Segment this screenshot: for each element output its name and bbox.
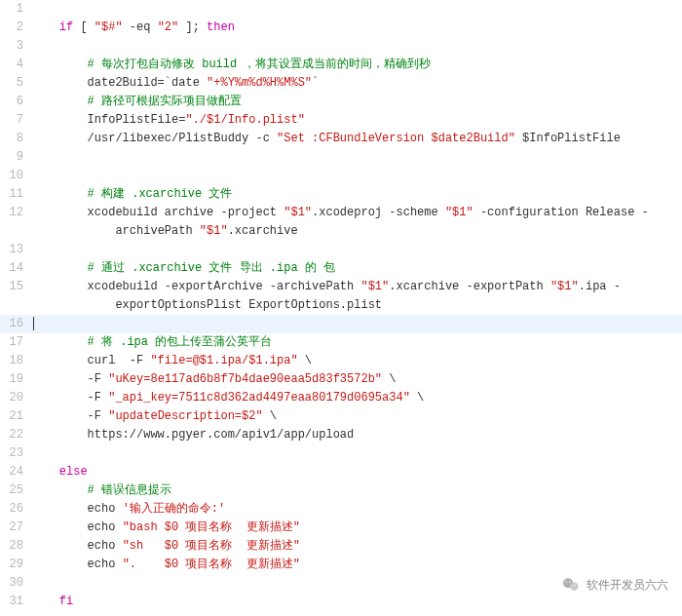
line-number: 28 [0,537,31,556]
code-line[interactable]: 14 # 通过 .xcarchive 文件 导出 .ipa 的 包 [0,259,682,278]
line-number: 23 [0,444,31,463]
line-number: 6 [0,93,31,111]
code-line[interactable]: 21 -F "updateDescription=$2" \ [0,407,682,426]
code-line[interactable]: archivePath "$1".xcarchive [0,222,682,241]
line-number: 7 [0,111,31,130]
code-line[interactable]: 16 [0,315,682,333]
code-content: -F "updateDescription=$2" \ [31,407,682,426]
code-content: -F "uKey=8e117ad6b8f7b4dae90eaa5d83f3572… [31,370,682,389]
line-number: 30 [0,574,31,593]
code-line[interactable]: 6 # 路径可根据实际项目做配置 [0,93,682,111]
line-number: 10 [0,167,31,185]
code-line[interactable]: 3 [0,37,682,56]
code-content: # 错误信息提示 [31,481,682,500]
code-content: echo "sh $0 项目名称 更新描述" [31,537,682,556]
code-content: InfoPlistFile="./$1/Info.plist" [31,111,682,130]
line-number: 19 [0,370,31,389]
code-line[interactable]: 9 [0,148,682,167]
code-line[interactable]: 24 else [0,463,682,481]
line-number: 15 [0,278,31,296]
line-number: 25 [0,481,31,500]
code-line[interactable]: 29 echo ". $0 项目名称 更新描述" [0,556,682,574]
line-number: 29 [0,556,31,574]
code-content: https://www.pgyer.com/apiv1/app/upload [31,426,682,444]
line-number: 24 [0,463,31,481]
text-caret [33,317,34,330]
code-content: echo "bash $0 项目名称 更新描述" [31,519,682,537]
code-line[interactable]: 7 InfoPlistFile="./$1/Info.plist" [0,111,682,130]
code-line[interactable]: 13 [0,241,682,259]
line-number: 11 [0,185,31,204]
code-line[interactable]: 31 fi [0,593,682,611]
code-line[interactable]: 23 [0,444,682,463]
line-number: 5 [0,74,31,93]
code-line[interactable]: 22 https://www.pgyer.com/apiv1/app/uploa… [0,426,682,444]
code-line[interactable]: 27 echo "bash $0 项目名称 更新描述" [0,519,682,537]
code-line[interactable]: exportOptionsPlist ExportOptions.plist [0,296,682,315]
code-line[interactable]: 28 echo "sh $0 项目名称 更新描述" [0,537,682,556]
code-content: # 构建 .xcarchive 文件 [31,185,682,204]
code-line[interactable]: 4 # 每次打包自动修改 build ，将其设置成当前的时间，精确到秒 [0,56,682,74]
source-badge: 软件开发员六六 [561,575,668,595]
code-content: fi [31,593,682,611]
code-content: xcodebuild -exportArchive -archivePath "… [31,278,682,296]
code-line[interactable]: 15 xcodebuild -exportArchive -archivePat… [0,278,682,296]
code-content: archivePath "$1".xcarchive [31,222,682,241]
code-content: /usr/libexec/PlistBuddy -c "Set :CFBundl… [31,130,682,148]
code-line[interactable]: 10 [0,167,682,185]
code-content: echo '输入正确的命令:' [31,500,682,519]
line-number: 18 [0,352,31,370]
line-number: 12 [0,204,31,222]
svg-point-3 [569,581,571,583]
line-number: 8 [0,130,31,148]
line-number: 31 [0,593,31,611]
code-content [31,315,682,333]
code-line[interactable]: 12 xcodebuild archive -project "$1".xcod… [0,204,682,222]
code-content: -F "_api_key=7511c8d362ad4497eaa80179d06… [31,389,682,407]
source-label: 软件开发员六六 [587,577,668,594]
code-content: curl -F "file=@$1.ipa/$1.ipa" \ [31,352,682,370]
code-editor[interactable]: 12 if [ "$#" -eq "2" ]; then34 # 每次打包自动修… [0,0,682,616]
code-line[interactable]: 1 [0,0,682,19]
line-number: 2 [0,19,31,37]
code-content: date2Build=`date "+%Y%m%d%H%M%S"` [31,74,682,93]
line-number: 21 [0,407,31,426]
line-number: 9 [0,148,31,167]
code-line[interactable]: 19 -F "uKey=8e117ad6b8f7b4dae90eaa5d83f3… [0,370,682,389]
code-line[interactable]: 25 # 错误信息提示 [0,481,682,500]
code-line[interactable]: 17 # 将 .ipa 的包上传至蒲公英平台 [0,333,682,352]
line-number: 14 [0,259,31,278]
line-number: 27 [0,519,31,537]
code-content: else [31,463,682,481]
code-line[interactable]: 18 curl -F "file=@$1.ipa/$1.ipa" \ [0,352,682,370]
code-content: exportOptionsPlist ExportOptions.plist [31,296,682,315]
code-line[interactable]: 26 echo '输入正确的命令:' [0,500,682,519]
svg-point-1 [570,583,578,591]
code-content: xcodebuild archive -project "$1".xcodepr… [31,204,682,222]
line-number: 20 [0,389,31,407]
line-number: 4 [0,56,31,74]
line-number: 26 [0,500,31,519]
wechat-icon [561,575,581,595]
code-content: echo ". $0 项目名称 更新描述" [31,556,682,574]
code-line[interactable]: 11 # 构建 .xcarchive 文件 [0,185,682,204]
code-line[interactable]: 2 if [ "$#" -eq "2" ]; then [0,19,682,37]
line-number: 22 [0,426,31,444]
code-content: # 将 .ipa 的包上传至蒲公英平台 [31,333,682,352]
code-content: # 每次打包自动修改 build ，将其设置成当前的时间，精确到秒 [31,56,682,74]
code-line[interactable]: 8 /usr/libexec/PlistBuddy -c "Set :CFBun… [0,130,682,148]
svg-point-5 [575,585,576,586]
svg-point-2 [566,581,568,583]
line-number: 17 [0,333,31,352]
line-number: 3 [0,37,31,56]
code-line[interactable]: 5 date2Build=`date "+%Y%m%d%H%M%S"` [0,74,682,93]
code-content: # 路径可根据实际项目做配置 [31,93,682,111]
line-number: 13 [0,241,31,259]
svg-point-4 [572,585,573,586]
code-content: # 通过 .xcarchive 文件 导出 .ipa 的 包 [31,259,682,278]
line-number: 1 [0,0,31,19]
code-line[interactable]: 20 -F "_api_key=7511c8d362ad4497eaa80179… [0,389,682,407]
line-number: 16 [0,315,31,333]
code-content: if [ "$#" -eq "2" ]; then [31,19,682,37]
